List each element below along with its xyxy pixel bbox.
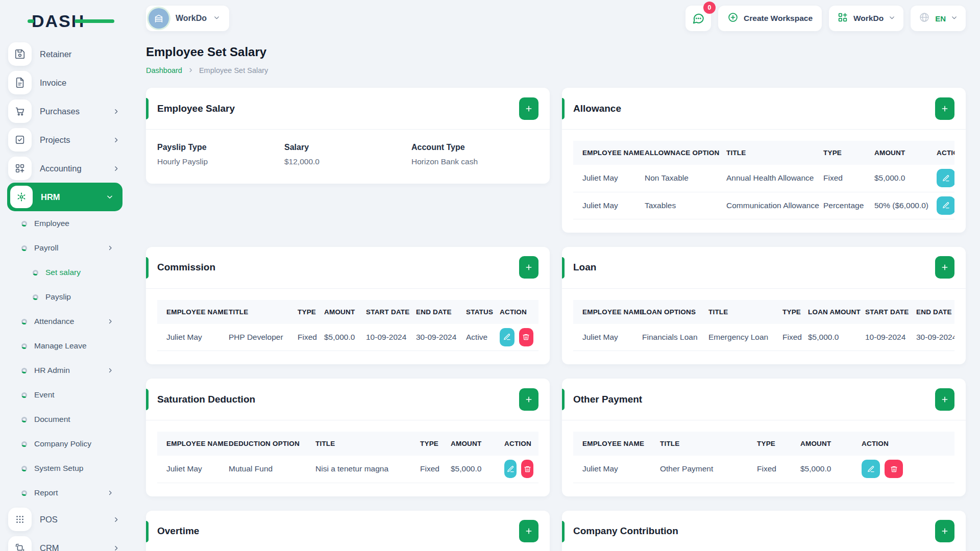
chevron-right-icon	[188, 66, 193, 74]
sidebar-item-retainer[interactable]: Retainer	[0, 40, 132, 68]
sidebar-item-event[interactable]: Event	[0, 383, 132, 407]
column-header: ACTION	[932, 141, 954, 165]
column-header: EMPLOYEE NAME	[573, 432, 655, 456]
page-title: Employee Set Salary	[146, 45, 966, 59]
cell: Percentage	[818, 192, 869, 219]
add-employee-salary-button[interactable]	[519, 97, 538, 120]
pos-grid-icon	[8, 508, 32, 531]
sidebar-nav: Retainer Invoice Purchases Projects	[0, 40, 132, 551]
cell: 10-09-2024	[361, 324, 411, 351]
sidebar-item-label: HRM	[41, 192, 60, 202]
edit-button[interactable]	[937, 196, 954, 215]
cell: Juliet May	[157, 456, 224, 483]
cell: Juliet May	[573, 324, 637, 351]
add-company-contribution-button[interactable]	[935, 520, 954, 542]
sidebar-item-company-policy[interactable]: Company Policy	[0, 432, 132, 456]
messages-button[interactable]: 0	[685, 6, 711, 31]
workspace-switcher[interactable]: WorkDo	[146, 6, 229, 31]
field-label: Salary	[284, 143, 411, 152]
commission-table: EMPLOYEE NAME TITLE TYPE AMOUNT START DA…	[157, 300, 538, 352]
edit-button[interactable]	[504, 460, 517, 478]
pencil-icon	[503, 333, 511, 341]
table-row: Juliet May Mutual Fund Nisi a tenetur ma…	[157, 456, 538, 483]
sidebar-item-employee[interactable]: Employee	[0, 211, 132, 236]
cell: PHP Developer	[224, 324, 292, 351]
chevron-right-icon	[113, 516, 119, 523]
plus-icon	[941, 527, 949, 535]
cell: $5,000.0	[319, 324, 361, 351]
column-header: END DATE	[411, 300, 461, 324]
card-title: Other Payment	[573, 394, 642, 405]
crm-icon	[8, 536, 32, 551]
language-code: EN	[935, 14, 946, 23]
globe-icon	[919, 12, 930, 25]
sidebar-item-report[interactable]: Report	[0, 481, 132, 505]
sidebar-item-purchases[interactable]: Purchases	[0, 97, 132, 126]
table-row: Juliet May PHP Developer Fixed $5,000.0 …	[157, 324, 538, 351]
sidebar-item-projects[interactable]: Projects	[0, 126, 132, 154]
add-commission-button[interactable]	[519, 256, 538, 279]
edit-button[interactable]	[862, 460, 880, 478]
breadcrumb-dashboard-link[interactable]: Dashboard	[146, 66, 182, 74]
sidebar-item-manage-leave[interactable]: Manage Leave	[0, 334, 132, 358]
cards-grid: Employee Salary Payslip Type Hourly Pays…	[146, 88, 966, 551]
delete-button[interactable]	[519, 328, 534, 346]
sidebar-item-invoice[interactable]: Invoice	[0, 68, 132, 97]
plus-icon	[525, 527, 533, 535]
sidebar-item-hr-admin[interactable]: HR Admin	[0, 358, 132, 383]
plus-icon	[525, 395, 533, 404]
card-title: Company Contribution	[573, 525, 678, 537]
column-header: END DATE	[911, 300, 954, 324]
delete-button[interactable]	[521, 460, 533, 478]
table-header-row: EMPLOYEE NAME DEDUCTION OPTION TITLE TYP…	[157, 432, 538, 456]
sidebar-item-pos[interactable]: POS	[0, 505, 132, 534]
sidebar-item-hrm[interactable]: HRM	[7, 183, 122, 211]
sidebar-item-payslip[interactable]: Payslip	[0, 285, 132, 309]
trash-icon	[522, 333, 530, 341]
field-account-type: Account Type Horizon Bank cash	[411, 143, 538, 166]
sidebar-item-label: Retainer	[40, 49, 71, 59]
table-header-row: EMPLOYEE NAME TITLE TYPE AMOUNT ACTION	[573, 432, 954, 456]
topbar: WorkDo 0 Create Workspace WorkDo	[132, 0, 980, 37]
chevron-right-icon	[113, 108, 119, 115]
breadcrumb: Dashboard Employee Set Salary	[146, 66, 966, 74]
chat-icon	[692, 12, 705, 25]
table-header-row: EMPLOYEE NAME LOAN OPTIONS TITLE TYPE LO…	[573, 300, 954, 324]
edit-button[interactable]	[937, 169, 954, 187]
add-loan-button[interactable]	[935, 256, 954, 279]
column-header: TITLE	[224, 300, 292, 324]
cell: $5,000.0	[446, 456, 499, 483]
cell: Taxables	[640, 192, 721, 219]
sidebar-item-payroll[interactable]: Payroll	[0, 236, 132, 260]
card-title: Employee Salary	[157, 103, 235, 114]
add-saturation-deduction-button[interactable]	[519, 388, 538, 411]
pencil-icon	[867, 465, 875, 473]
column-header: EMPLOYEE NAME	[573, 141, 640, 165]
column-header: TITLE	[703, 300, 777, 324]
add-overtime-button[interactable]	[519, 520, 538, 542]
allowance-table: EMPLOYEE NAME ALLOWNACE OPTION TITLE TYP…	[573, 141, 954, 219]
sidebar-item-system-setup[interactable]: System Setup	[0, 456, 132, 481]
column-header: START DATE	[860, 300, 911, 324]
column-header: TYPE	[292, 300, 319, 324]
delete-button[interactable]	[885, 460, 903, 478]
sidebar-item-set-salary[interactable]: Set salary	[0, 260, 132, 285]
cell: Fixed	[818, 165, 869, 192]
chevron-right-icon	[107, 490, 113, 496]
workdo-apps-menu[interactable]: WorkDo	[829, 6, 903, 31]
brand-logo[interactable]: DASH	[32, 11, 85, 31]
bullet-icon	[21, 441, 27, 447]
sidebar-item-crm[interactable]: CRM	[0, 534, 132, 551]
card-title: Allowance	[573, 103, 621, 114]
chevron-down-icon	[106, 193, 113, 201]
add-allowance-button[interactable]	[935, 97, 954, 120]
add-other-payment-button[interactable]	[935, 388, 954, 411]
sidebar-item-accounting[interactable]: Accounting	[0, 154, 132, 183]
language-selector[interactable]: EN	[911, 6, 966, 31]
cell: Juliet May	[573, 456, 655, 483]
sidebar-item-document[interactable]: Document	[0, 407, 132, 432]
edit-button[interactable]	[500, 328, 514, 346]
allowance-card: Allowance EMPLOYEE NAME ALLOWNACE OPTION…	[562, 88, 966, 233]
create-workspace-button[interactable]: Create Workspace	[718, 6, 822, 31]
sidebar-item-attendance[interactable]: Attendance	[0, 309, 132, 334]
